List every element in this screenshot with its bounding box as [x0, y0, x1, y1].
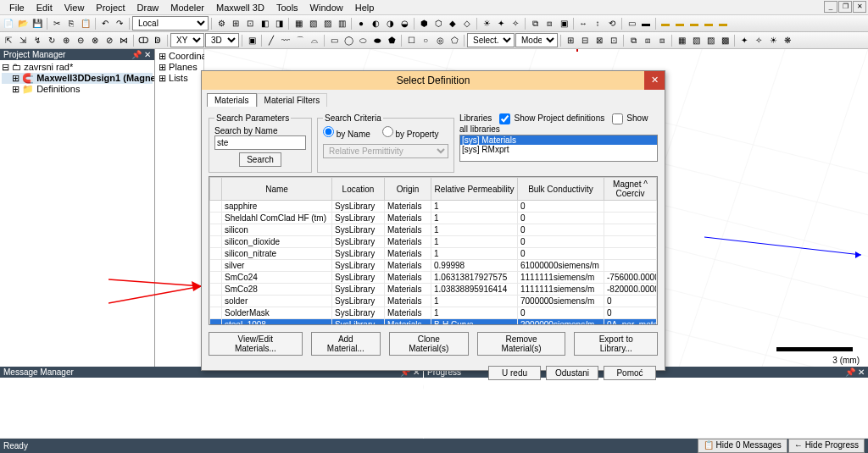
column-header[interactable]: Bulk Conductivity [518, 178, 604, 201]
column-header[interactable]: Origin [385, 178, 431, 201]
tool-icon[interactable]: ▧ [306, 17, 320, 30]
save-icon[interactable]: 💾 [31, 17, 44, 30]
close-icon[interactable]: ✕ [853, 1, 866, 13]
table-row[interactable]: silicon_dioxideSysLibraryMaterials10 [210, 236, 657, 248]
tool-icon[interactable]: ↁ [151, 34, 164, 47]
tool-icon[interactable]: ▣ [557, 17, 570, 30]
column-header[interactable]: Location [332, 178, 385, 201]
tool-icon[interactable]: ◧ [258, 17, 271, 30]
select-combo[interactable]: Select... [467, 33, 515, 47]
cancel-button[interactable]: Odustani [546, 366, 598, 380]
project-tree[interactable]: ⊟ 🗀 zavrsni rad* ⊞ 🧲 Maxwell3DDesign1 (M… [0, 60, 154, 388]
tool-icon[interactable]: ⋈ [117, 34, 131, 47]
materials-table[interactable]: NameLocationOriginRelative PermeabilityB… [209, 176, 658, 325]
menu-edit[interactable]: Edit [31, 3, 58, 13]
tool-icon[interactable]: ◒ [398, 17, 411, 30]
table-row[interactable]: silverSysLibraryMaterials0.9999861000000… [210, 260, 657, 272]
tab-materials[interactable]: Materials [207, 93, 257, 107]
hide-progress-button[interactable]: ← Hide Progress [788, 439, 865, 453]
table-row[interactable]: SolderMaskSysLibraryMaterials100 [210, 307, 657, 319]
tool-icon[interactable]: ↻ [45, 34, 58, 47]
copy-icon[interactable]: ⎘ [64, 17, 78, 30]
tool-icon[interactable]: ▨ [704, 34, 717, 47]
tab-material-filters[interactable]: Material Filters [257, 93, 328, 107]
tool-icon[interactable]: ⬬ [370, 34, 384, 47]
tool-icon[interactable]: ⊡ [243, 17, 257, 30]
tool-icon[interactable]: ◆ [446, 17, 459, 30]
redo-icon[interactable]: ↷ [113, 17, 126, 30]
tool-icon[interactable]: ⌓ [308, 34, 321, 47]
minimize-icon[interactable]: _ [824, 1, 837, 13]
xy-combo[interactable]: XY [170, 33, 204, 47]
tool-icon[interactable]: ⇱ [2, 34, 15, 47]
hide-messages-button[interactable]: 📋 Hide 0 Messages [698, 439, 787, 453]
3d-combo[interactable]: 3D [205, 33, 239, 47]
tool-icon[interactable]: ⧇ [641, 34, 654, 47]
tool-icon[interactable]: ⊟ [578, 34, 592, 47]
undo-icon[interactable]: ↶ [98, 17, 112, 30]
tool-icon[interactable]: ⧈ [542, 17, 556, 30]
pin-icon[interactable]: 📌 ✕ [131, 50, 151, 59]
menu-help[interactable]: Help [349, 3, 381, 13]
tool-icon[interactable]: ⚙ [214, 17, 228, 30]
menu-file[interactable]: File [3, 3, 31, 13]
tool-icon[interactable]: ⊗ [88, 34, 102, 47]
tool-icon[interactable]: ▦ [292, 17, 305, 30]
tool-icon[interactable]: ▥ [335, 17, 348, 30]
view-edit-button[interactable]: View/Edit Materials... [209, 332, 303, 356]
tool-icon[interactable]: ▬ [687, 17, 701, 30]
tool-icon[interactable]: ⧈ [655, 34, 669, 47]
pin-icon[interactable]: 📌 ✕ [845, 367, 865, 377]
tool-icon[interactable]: ⊞ [229, 17, 242, 30]
by-name-radio[interactable]: by Name [323, 130, 370, 139]
tool-icon[interactable]: ◇ [460, 17, 474, 30]
tool-icon[interactable]: ▬ [716, 17, 730, 30]
tool-icon[interactable]: ● [354, 17, 368, 30]
tool-icon[interactable]: ✦ [737, 34, 751, 47]
table-row[interactable]: siliconSysLibraryMaterials10 [210, 224, 657, 236]
cut-icon[interactable]: ✂ [50, 17, 64, 30]
tool-icon[interactable]: ▬ [659, 17, 672, 30]
paste-icon[interactable]: 📋 [79, 17, 92, 30]
tool-icon[interactable]: ╱ [264, 34, 278, 47]
menu-tools[interactable]: Tools [270, 3, 304, 13]
tool-icon[interactable]: ⬠ [448, 34, 461, 47]
model-tree[interactable]: ⊞ Coordinate Systems ⊞ Planes ⊞ Lists [155, 49, 204, 86]
table-row[interactable]: SmCo24SysLibraryMaterials1.0631381792757… [210, 272, 657, 284]
tool-icon[interactable]: ☐ [404, 34, 418, 47]
tool-icon[interactable]: ✦ [494, 17, 508, 30]
tool-icon[interactable]: ⬢ [417, 17, 431, 30]
search-button[interactable]: Search [239, 152, 281, 167]
tool-icon[interactable]: ☀ [480, 17, 493, 30]
tool-icon[interactable]: ⬡ [431, 17, 445, 30]
tool-icon[interactable]: ☀ [766, 34, 780, 47]
menu-modeler[interactable]: Modeler [164, 3, 210, 13]
table-row[interactable]: sapphireSysLibraryMaterials10 [210, 201, 657, 213]
table-row[interactable]: solderSysLibraryMaterials17000000siemens… [210, 296, 657, 307]
menu-maxwell3d[interactable]: Maxwell 3D [210, 3, 270, 13]
tool-icon[interactable]: ⊠ [593, 34, 606, 47]
tool-icon[interactable]: ✧ [752, 34, 765, 47]
column-header[interactable]: Magnet ^ Coerciv [604, 178, 657, 201]
tool-icon[interactable]: ▭ [625, 17, 638, 30]
tool-icon[interactable]: ↔ [576, 17, 590, 30]
tool-icon[interactable]: ▨ [320, 17, 334, 30]
tool-icon[interactable]: ✧ [509, 17, 522, 30]
table-row[interactable]: steel_1008SysLibraryMaterialsB-H Curve..… [210, 319, 657, 326]
tool-icon[interactable]: ▣ [245, 34, 259, 47]
export-library-button[interactable]: Export to Library... [574, 332, 658, 356]
tool-icon[interactable]: ⧉ [528, 17, 542, 30]
tool-icon[interactable]: 〰 [279, 34, 292, 47]
tool-icon[interactable]: ◨ [272, 17, 286, 30]
tool-icon[interactable]: ↕ [591, 17, 604, 30]
tool-icon[interactable]: ⧉ [626, 34, 640, 47]
open-icon[interactable]: 📂 [16, 17, 30, 30]
tool-icon[interactable]: ◐ [369, 17, 382, 30]
tool-icon[interactable]: ◑ [383, 17, 397, 30]
clone-material-button[interactable]: Clone Material(s) [389, 332, 469, 356]
restore-icon[interactable]: ❐ [838, 1, 852, 13]
tool-icon[interactable]: ▬ [673, 17, 687, 30]
tool-icon[interactable]: ◯ [342, 34, 355, 47]
tool-icon[interactable]: ↀ [136, 34, 150, 47]
local-combo[interactable]: Local [132, 16, 209, 30]
